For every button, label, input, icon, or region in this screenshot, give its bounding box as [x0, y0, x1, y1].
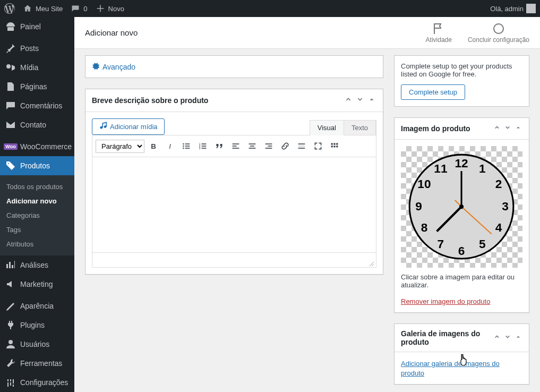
sidebar-item-analytics[interactable]: Análises	[0, 255, 74, 275]
chevron-up-icon[interactable]	[493, 123, 501, 134]
quote-button[interactable]	[212, 139, 227, 154]
complete-setup-button[interactable]: Complete setup	[401, 84, 465, 100]
fullscreen-button[interactable]	[311, 139, 325, 154]
triangle-up-icon[interactable]	[367, 95, 376, 106]
sidebar-item-label: Páginas	[20, 82, 47, 91]
advanced-link[interactable]: Avançado	[92, 62, 376, 71]
number-list-button[interactable]: 123	[195, 139, 210, 154]
svg-rect-9	[185, 143, 190, 144]
triangle-up-icon[interactable]	[514, 333, 522, 343]
wp-logo[interactable]	[4, 3, 15, 14]
short-description-box: Breve descrição sobre o produto Adiciona…	[85, 89, 383, 275]
triangle-up-icon[interactable]	[514, 123, 522, 134]
svg-rect-32	[331, 143, 333, 144]
svg-rect-31	[298, 148, 305, 149]
sidebar-item-label: Contato	[20, 121, 46, 129]
sidebar-item-dashboard[interactable]: Painel	[0, 17, 74, 36]
product-image-help: Clicar sobre a imagem para editar ou atu…	[401, 273, 522, 289]
sidebar-item-label: Análises	[20, 261, 48, 269]
sidebar-item-contact[interactable]: Contato	[0, 115, 74, 134]
tab-visual[interactable]: Visual	[310, 121, 344, 135]
svg-text:11: 11	[434, 162, 448, 176]
sub-item-tags[interactable]: Tags	[0, 223, 74, 237]
chevron-up-icon[interactable]	[493, 333, 501, 343]
bold-button[interactable]: B	[146, 139, 161, 154]
product-image-preview[interactable]: 1212 345 678 91011	[401, 146, 522, 268]
finish-setup-label: Concluir configuração	[468, 36, 529, 44]
chevron-down-icon[interactable]	[355, 95, 365, 106]
sidebar-item-label: Usuários	[20, 340, 49, 348]
svg-point-2	[8, 340, 13, 344]
svg-rect-26	[265, 143, 272, 144]
activity-label: Atividade	[426, 36, 452, 44]
new-link[interactable]: Novo	[95, 3, 124, 14]
tab-text[interactable]: Texto	[344, 121, 376, 135]
comment-icon	[70, 3, 81, 14]
resize-grip-icon[interactable]	[368, 260, 375, 266]
svg-rect-36	[333, 146, 335, 147]
toolbar-toggle-button[interactable]	[327, 139, 342, 154]
finish-setup-button[interactable]: Concluir configuração	[468, 22, 529, 44]
chevron-down-icon[interactable]	[503, 333, 512, 343]
chevron-down-icon[interactable]	[503, 123, 512, 134]
editor-textarea[interactable]	[92, 157, 376, 253]
link-button[interactable]	[278, 139, 293, 154]
svg-rect-27	[268, 146, 272, 147]
sidebar-item-media[interactable]: Mídia	[0, 58, 74, 77]
sidebar-item-plugins[interactable]: Plugins	[0, 316, 74, 335]
add-media-button[interactable]: Adicionar mídia	[92, 118, 165, 135]
sidebar-submenu-products: Todos os produtos Adicionar novo Categor…	[0, 175, 74, 255]
remove-image-link[interactable]: Remover imagem do produto	[401, 297, 490, 305]
activity-button[interactable]: Atividade	[426, 22, 452, 44]
user-greeting[interactable]: Olá, admin	[490, 4, 536, 13]
svg-rect-34	[336, 143, 338, 144]
svg-rect-20	[233, 143, 239, 144]
sidebar-item-pages[interactable]: Páginas	[0, 77, 74, 96]
sidebar-item-settings[interactable]: Configurações	[0, 373, 74, 392]
pin-icon	[5, 43, 16, 54]
sidebar-item-label: Posts	[20, 44, 39, 53]
google-setup-box: Complete setup to get your products list…	[394, 55, 529, 107]
sidebar-item-comments[interactable]: Comentários	[0, 96, 74, 115]
svg-point-8	[183, 143, 184, 144]
sub-item-categories[interactable]: Categorias	[0, 208, 74, 223]
sidebar-item-woocommerce[interactable]: Woo WooCommerce	[0, 137, 74, 156]
sidebar-item-appearance[interactable]: Aparência	[0, 296, 74, 316]
site-link[interactable]: Meu Site	[22, 3, 63, 14]
sub-item-add-new[interactable]: Adicionar novo	[0, 194, 74, 208]
bullet-list-button[interactable]	[179, 139, 194, 154]
appearance-icon	[5, 301, 16, 311]
format-select[interactable]: Parágrafo	[96, 140, 144, 153]
add-gallery-link[interactable]: Adicionar galeria de imagens do produto	[401, 360, 500, 377]
site-name: Meu Site	[36, 5, 63, 13]
advanced-panel[interactable]: Avançado	[85, 55, 383, 78]
sub-item-all-products[interactable]: Todos os produtos	[0, 180, 74, 194]
page-header: Adicionar novo Atividade Concluir config…	[74, 17, 540, 49]
svg-point-0	[6, 64, 11, 69]
sidebar-item-label: Configurações	[20, 378, 68, 387]
sidebar-item-marketing[interactable]: Marketing	[0, 275, 74, 294]
sidebar-item-products[interactable]: Produtos	[0, 156, 74, 175]
editor-toolbar: Parágrafo B I 123	[92, 135, 376, 157]
editor-tabs: Visual Texto	[310, 120, 376, 135]
chevron-up-icon[interactable]	[344, 95, 353, 106]
home-icon	[22, 3, 33, 14]
sidebar-item-tools[interactable]: Ferramentas	[0, 354, 74, 373]
svg-point-10	[183, 146, 184, 147]
svg-rect-33	[333, 143, 335, 144]
sub-item-attributes[interactable]: Atributos	[0, 237, 74, 251]
svg-text:10: 10	[418, 177, 431, 191]
users-icon	[5, 339, 16, 350]
svg-point-5	[494, 24, 503, 33]
sidebar-item-posts[interactable]: Posts	[0, 39, 74, 58]
sidebar-item-users[interactable]: Usuários	[0, 335, 74, 354]
insert-more-button[interactable]	[294, 139, 309, 154]
comments-link[interactable]: 0	[70, 3, 87, 14]
align-right-button[interactable]	[261, 139, 276, 154]
svg-point-1	[8, 163, 9, 164]
sidebar-item-label: Marketing	[20, 280, 53, 288]
settings-icon	[5, 377, 16, 388]
italic-button[interactable]: I	[162, 139, 177, 154]
align-left-button[interactable]	[228, 139, 243, 154]
align-center-button[interactable]	[245, 139, 260, 154]
